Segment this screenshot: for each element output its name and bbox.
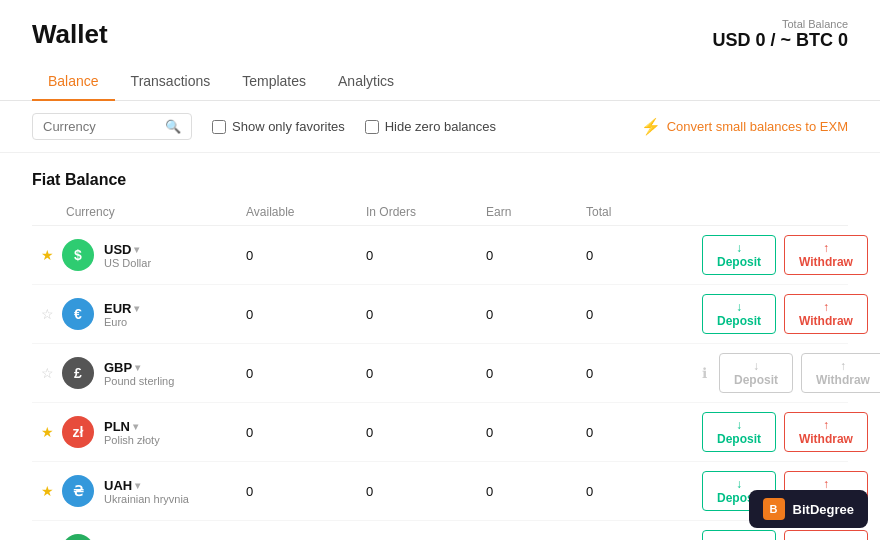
withdraw-button[interactable]: ↑ Withdraw <box>784 530 868 540</box>
convert-button[interactable]: ⚡ Convert small balances to EXM <box>641 117 848 136</box>
deposit-button[interactable]: ↓ Deposit <box>702 530 776 540</box>
star-toggle[interactable]: ★ <box>32 247 62 263</box>
currency-symbol: GBP ▾ <box>104 360 174 375</box>
watermark-text: BitDegree <box>793 502 854 517</box>
star-toggle[interactable]: ☆ <box>32 365 62 381</box>
total-value: 0 <box>582 425 702 440</box>
currency-cell: $ USD ▾ US Dollar <box>62 239 242 271</box>
tab-templates[interactable]: Templates <box>226 63 322 101</box>
in-orders-value: 0 <box>362 307 482 322</box>
tab-analytics[interactable]: Analytics <box>322 63 410 101</box>
in-orders-value: 0 <box>362 484 482 499</box>
hide-zero-input[interactable] <box>365 120 379 134</box>
currency-symbol: PLN ▾ <box>104 419 160 434</box>
currency-info: GBP ▾ Pound sterling <box>104 360 174 387</box>
currency-cell: R$ BRL ▾ Brazilian real <box>62 534 242 540</box>
currency-symbol: EUR ▾ <box>104 301 139 316</box>
star-toggle[interactable]: ★ <box>32 483 62 499</box>
currency-icon: R$ <box>62 534 94 540</box>
chevron-icon: ▾ <box>134 303 139 314</box>
convert-label: Convert small balances to EXM <box>667 119 848 134</box>
col-currency: Currency <box>62 205 242 219</box>
row-actions: ↓ Deposit ↑ Withdraw <box>702 235 868 275</box>
withdraw-button[interactable]: ↑ Withdraw <box>784 294 868 334</box>
hide-zero-checkbox[interactable]: Hide zero balances <box>365 119 496 134</box>
tab-transactions[interactable]: Transactions <box>115 63 227 101</box>
currency-cell: £ GBP ▾ Pound sterling <box>62 357 242 389</box>
row-actions: ↓ Deposit ↑ Withdraw <box>702 412 868 452</box>
total-balance: Total Balance USD 0 / ~ BTC 0 <box>712 18 848 51</box>
earn-value: 0 <box>482 425 582 440</box>
show-favorites-checkbox[interactable]: Show only favorites <box>212 119 345 134</box>
currency-cell: zł PLN ▾ Polish złoty <box>62 416 242 448</box>
earn-value: 0 <box>482 248 582 263</box>
chevron-icon: ▾ <box>134 244 139 255</box>
col-earn: Earn <box>482 205 582 219</box>
currency-full-name: US Dollar <box>104 257 151 269</box>
deposit-button[interactable]: ↓ Deposit <box>702 412 776 452</box>
tab-balance[interactable]: Balance <box>32 63 115 101</box>
show-favorites-input[interactable] <box>212 120 226 134</box>
info-icon: ℹ <box>702 365 707 381</box>
available-value: 0 <box>242 425 362 440</box>
table-row: ★ zł PLN ▾ Polish złoty 0 0 0 0 ↓ Deposi… <box>32 403 848 462</box>
col-available: Available <box>242 205 362 219</box>
deposit-button[interactable]: ↓ Deposit <box>702 294 776 334</box>
currency-symbol: BRL ▾ <box>104 537 168 541</box>
withdraw-button[interactable]: ↑ Withdraw <box>784 412 868 452</box>
row-actions: ↓ Deposit ↑ Withdraw <box>702 530 868 540</box>
currency-cell: € EUR ▾ Euro <box>62 298 242 330</box>
total-value: 0 <box>582 366 702 381</box>
currency-icon: € <box>62 298 94 330</box>
currency-full-name: Polish złoty <box>104 434 160 446</box>
table-row: ★ ₴ UAH ▾ Ukrainian hryvnia 0 0 0 0 ↓ De… <box>32 462 848 521</box>
table-header: Currency Available In Orders Earn Total <box>32 199 848 226</box>
currency-table: Currency Available In Orders Earn Total … <box>0 199 880 540</box>
chevron-icon: ▾ <box>135 480 140 491</box>
withdraw-button: ↑ Withdraw <box>801 353 880 393</box>
search-icon: 🔍 <box>165 119 181 134</box>
currency-full-name: Euro <box>104 316 139 328</box>
total-value: 0 <box>582 248 702 263</box>
available-value: 0 <box>242 248 362 263</box>
star-toggle[interactable]: ☆ <box>32 306 62 322</box>
watermark-logo: B <box>763 498 785 520</box>
search-input[interactable] <box>43 119 159 134</box>
search-box[interactable]: 🔍 <box>32 113 192 140</box>
currency-symbol: UAH ▾ <box>104 478 189 493</box>
currency-info: USD ▾ US Dollar <box>104 242 151 269</box>
table-row: ★ R$ BRL ▾ Brazilian real 0 0 0 0 ↓ Depo… <box>32 521 848 540</box>
hide-zero-label: Hide zero balances <box>385 119 496 134</box>
earn-value: 0 <box>482 366 582 381</box>
watermark: B BitDegree <box>749 490 868 528</box>
fiat-balance-title: Fiat Balance <box>0 153 880 199</box>
currency-info: EUR ▾ Euro <box>104 301 139 328</box>
table-row: ☆ € EUR ▾ Euro 0 0 0 0 ↓ Deposit ↑ Withd… <box>32 285 848 344</box>
withdraw-button[interactable]: ↑ Withdraw <box>784 235 868 275</box>
table-body: ★ $ USD ▾ US Dollar 0 0 0 0 ↓ Deposit ↑ … <box>32 226 848 540</box>
currency-full-name: Ukrainian hryvnia <box>104 493 189 505</box>
table-row: ★ $ USD ▾ US Dollar 0 0 0 0 ↓ Deposit ↑ … <box>32 226 848 285</box>
deposit-button[interactable]: ↓ Deposit <box>702 235 776 275</box>
col-total: Total <box>582 205 702 219</box>
currency-info: PLN ▾ Polish złoty <box>104 419 160 446</box>
currency-icon: ₴ <box>62 475 94 507</box>
earn-value: 0 <box>482 484 582 499</box>
currency-full-name: Pound sterling <box>104 375 174 387</box>
in-orders-value: 0 <box>362 425 482 440</box>
currency-info: BRL ▾ Brazilian real <box>104 537 168 541</box>
col-in-orders: In Orders <box>362 205 482 219</box>
row-actions: ↓ Deposit ↑ Withdraw <box>702 294 868 334</box>
currency-icon: £ <box>62 357 94 389</box>
convert-icon: ⚡ <box>641 117 661 136</box>
toolbar: 🔍 Show only favorites Hide zero balances… <box>0 101 880 153</box>
currency-icon: $ <box>62 239 94 271</box>
show-favorites-label: Show only favorites <box>232 119 345 134</box>
star-toggle[interactable]: ★ <box>32 424 62 440</box>
in-orders-value: 0 <box>362 248 482 263</box>
table-row: ☆ £ GBP ▾ Pound sterling 0 0 0 0 ℹ ↓ Dep… <box>32 344 848 403</box>
total-value: 0 <box>582 307 702 322</box>
total-value: 0 <box>582 484 702 499</box>
currency-info: UAH ▾ Ukrainian hryvnia <box>104 478 189 505</box>
available-value: 0 <box>242 366 362 381</box>
